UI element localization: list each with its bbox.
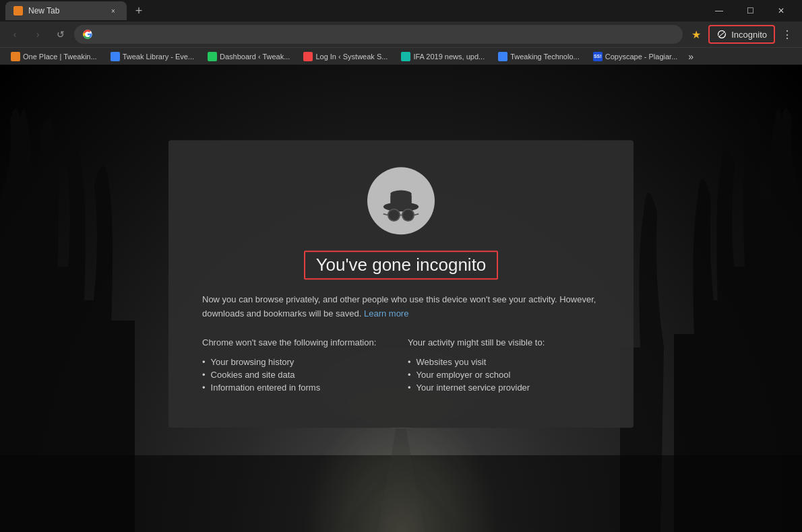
chrome-menu-button[interactable]: ⋮ bbox=[778, 25, 797, 44]
refresh-button[interactable]: ↺ bbox=[51, 25, 70, 44]
incognito-panel: You've gone incognito Now you can browse… bbox=[168, 140, 634, 428]
bookmark-item-2[interactable]: Tweak Library - Eve... bbox=[105, 51, 199, 63]
incognito-hat-icon bbox=[377, 182, 425, 229]
incognito-lists: Chrome won't save the following informat… bbox=[202, 337, 600, 394]
tab-close-button[interactable]: × bbox=[108, 5, 119, 16]
bookmark-item-1[interactable]: One Place | Tweakin... bbox=[5, 51, 102, 63]
bookmark-star-button[interactable]: ★ bbox=[687, 25, 706, 44]
bookmark-favicon-5 bbox=[401, 52, 410, 61]
svg-point-10 bbox=[402, 209, 414, 222]
tab-favicon bbox=[13, 6, 23, 15]
address-input-wrap[interactable] bbox=[74, 25, 683, 44]
bookmark-favicon-7: SS! bbox=[593, 52, 603, 61]
close-button[interactable]: ✕ bbox=[766, 0, 797, 22]
visible-item-3: Your internet service provider bbox=[408, 381, 600, 394]
svg-line-13 bbox=[414, 214, 419, 215]
svg-line-12 bbox=[383, 214, 388, 215]
bookmark-label-3: Dashboard ‹ Tweak... bbox=[220, 53, 290, 61]
bookmark-label-2: Tweak Library - Eve... bbox=[123, 53, 194, 61]
incognito-description: Now you can browse privately, and other … bbox=[202, 293, 600, 321]
visible-item-2: Your employer or school bbox=[408, 368, 600, 381]
bookmark-favicon-4 bbox=[303, 52, 313, 61]
bookmarks-more-button[interactable]: » bbox=[685, 51, 696, 62]
incognito-label: Incognito bbox=[731, 30, 767, 40]
visible-item-1: Websites you visit bbox=[408, 356, 600, 368]
bookmark-favicon-3 bbox=[208, 52, 217, 61]
bookmark-label-1: One Place | Tweakin... bbox=[23, 53, 97, 61]
google-icon bbox=[82, 29, 93, 40]
browser-content: You've gone incognito Now you can browse… bbox=[0, 65, 802, 532]
incognito-icon-container bbox=[202, 167, 600, 234]
window-controls: — ☐ ✕ bbox=[704, 0, 797, 22]
incognito-title: You've gone incognito bbox=[304, 251, 499, 279]
visible-section: Your activity might still be visible to:… bbox=[408, 337, 600, 394]
bookmark-favicon-1 bbox=[11, 52, 20, 61]
forward-button[interactable]: › bbox=[28, 25, 47, 44]
incognito-button[interactable]: Incognito bbox=[708, 25, 775, 44]
not-saved-section: Chrome won't save the following informat… bbox=[202, 337, 394, 394]
title-bar: New Tab × + — ☐ ✕ bbox=[0, 0, 802, 22]
new-tab-button[interactable]: + bbox=[129, 1, 148, 20]
bookmark-label-7: Copyscape - Plagiar... bbox=[605, 53, 678, 61]
bookmark-item-5[interactable]: IFA 2019 news, upd... bbox=[396, 51, 490, 63]
toolbar-right: ★ Incognito ⋮ bbox=[687, 25, 797, 44]
bookmark-favicon-2 bbox=[111, 52, 120, 61]
learn-more-link[interactable]: Learn more bbox=[364, 308, 408, 319]
bookmarks-bar: One Place | Tweakin... Tweak Library - E… bbox=[0, 47, 802, 65]
address-bar: ‹ › ↺ ★ Incognito ⋮ bbox=[0, 22, 802, 47]
back-button[interactable]: ‹ bbox=[5, 25, 24, 44]
bookmark-favicon-6 bbox=[498, 52, 507, 61]
tab-title: New Tab bbox=[28, 6, 102, 15]
bookmark-item-7[interactable]: SS! Copyscape - Plagiar... bbox=[588, 51, 683, 63]
maximize-button[interactable]: ☐ bbox=[735, 0, 766, 22]
svg-point-8 bbox=[390, 191, 412, 198]
not-saved-title: Chrome won't save the following informat… bbox=[202, 337, 394, 347]
visible-list: Websites you visit Your employer or scho… bbox=[408, 356, 600, 394]
bookmark-item-4[interactable]: Log In ‹ Systweak S... bbox=[298, 51, 393, 63]
bookmark-label-4: Log In ‹ Systweak S... bbox=[315, 53, 388, 61]
bookmark-label-5: IFA 2019 news, upd... bbox=[413, 53, 485, 61]
not-saved-item-2: Cookies and site data bbox=[202, 368, 394, 381]
incognito-circle bbox=[367, 167, 435, 234]
not-saved-item-1: Your browsing history bbox=[202, 356, 394, 368]
tab-strip: New Tab × + bbox=[5, 1, 148, 20]
svg-point-9 bbox=[388, 209, 400, 222]
active-tab[interactable]: New Tab × bbox=[5, 1, 127, 20]
bookmark-item-6[interactable]: Tweaking Technolo... bbox=[493, 51, 585, 63]
not-saved-list: Your browsing history Cookies and site d… bbox=[202, 356, 394, 394]
minimize-button[interactable]: — bbox=[704, 0, 735, 22]
incognito-icon bbox=[716, 29, 727, 40]
not-saved-item-3: Information entered in forms bbox=[202, 381, 394, 394]
bookmark-label-6: Tweaking Technolo... bbox=[510, 53, 580, 61]
bookmark-item-3[interactable]: Dashboard ‹ Tweak... bbox=[202, 51, 295, 63]
visible-title: Your activity might still be visible to: bbox=[408, 337, 600, 347]
